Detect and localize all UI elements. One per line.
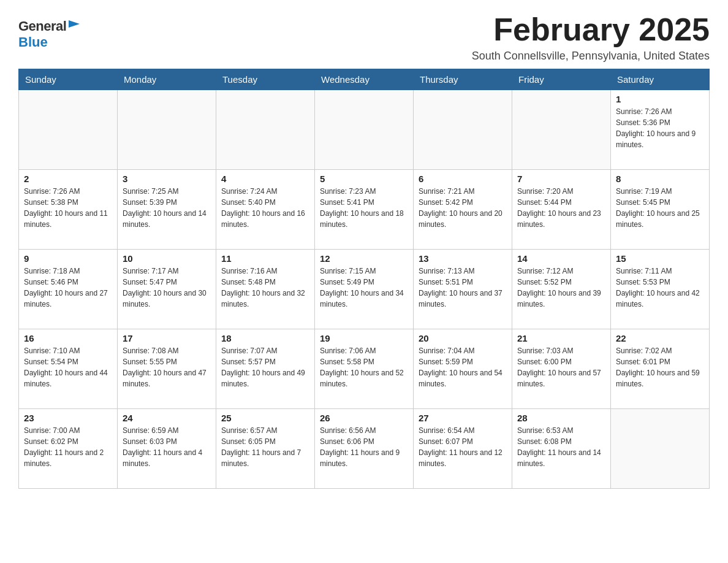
logo-blue-text: Blue [18,34,48,50]
day-number: 6 [419,174,507,184]
calendar-dow-saturday: Saturday [611,69,710,90]
calendar-cell: 21Sunrise: 7:03 AM Sunset: 6:00 PM Dayli… [512,329,611,409]
day-number: 8 [616,174,704,184]
calendar-cell: 6Sunrise: 7:21 AM Sunset: 5:42 PM Daylig… [414,170,512,250]
calendar-cell [118,90,216,170]
calendar-cell: 17Sunrise: 7:08 AM Sunset: 5:55 PM Dayli… [118,329,216,409]
calendar-cell [19,90,118,170]
calendar-cell: 12Sunrise: 7:15 AM Sunset: 5:49 PM Dayli… [315,250,414,329]
calendar-cell [315,90,414,170]
day-number: 5 [320,174,408,184]
calendar-dow-wednesday: Wednesday [315,69,414,90]
day-info: Sunrise: 7:26 AM Sunset: 5:38 PM Dayligh… [24,186,112,230]
calendar-cell: 26Sunrise: 6:56 AM Sunset: 6:06 PM Dayli… [315,409,414,489]
title-section: February 2025 South Connellsville, Penns… [472,12,710,63]
calendar-cell: 28Sunrise: 6:53 AM Sunset: 6:08 PM Dayli… [512,409,611,489]
day-info: Sunrise: 7:10 AM Sunset: 5:54 PM Dayligh… [24,345,112,389]
day-info: Sunrise: 7:23 AM Sunset: 5:41 PM Dayligh… [320,186,408,230]
day-info: Sunrise: 7:21 AM Sunset: 5:42 PM Dayligh… [419,186,507,230]
day-info: Sunrise: 7:12 AM Sunset: 5:52 PM Dayligh… [517,266,605,310]
day-number: 17 [123,333,211,343]
day-info: Sunrise: 7:13 AM Sunset: 5:51 PM Dayligh… [419,266,507,310]
day-info: Sunrise: 7:08 AM Sunset: 5:55 PM Dayligh… [123,345,211,389]
day-number: 21 [517,333,605,343]
day-info: Sunrise: 7:03 AM Sunset: 6:00 PM Dayligh… [517,345,605,389]
calendar-cell [216,90,315,170]
calendar-cell: 27Sunrise: 6:54 AM Sunset: 6:07 PM Dayli… [414,409,512,489]
day-number: 10 [123,253,211,264]
calendar-cell: 25Sunrise: 6:57 AM Sunset: 6:05 PM Dayli… [216,409,315,489]
day-info: Sunrise: 7:15 AM Sunset: 5:49 PM Dayligh… [320,266,408,310]
calendar-cell: 3Sunrise: 7:25 AM Sunset: 5:39 PM Daylig… [118,170,216,250]
calendar-cell: 1Sunrise: 7:26 AM Sunset: 5:36 PM Daylig… [611,90,710,170]
calendar-cell: 23Sunrise: 7:00 AM Sunset: 6:02 PM Dayli… [19,409,118,489]
calendar-dow-thursday: Thursday [414,69,512,90]
calendar-cell: 20Sunrise: 7:04 AM Sunset: 5:59 PM Dayli… [414,329,512,409]
day-number: 3 [123,174,211,184]
calendar-cell: 14Sunrise: 7:12 AM Sunset: 5:52 PM Dayli… [512,250,611,329]
day-info: Sunrise: 7:16 AM Sunset: 5:48 PM Dayligh… [221,266,309,310]
calendar-cell: 2Sunrise: 7:26 AM Sunset: 5:38 PM Daylig… [19,170,118,250]
day-number: 15 [616,253,704,264]
calendar-week-5: 23Sunrise: 7:00 AM Sunset: 6:02 PM Dayli… [19,409,710,489]
calendar-cell: 13Sunrise: 7:13 AM Sunset: 5:51 PM Dayli… [414,250,512,329]
calendar-cell [414,90,512,170]
calendar-dow-friday: Friday [512,69,611,90]
calendar-cell: 18Sunrise: 7:07 AM Sunset: 5:57 PM Dayli… [216,329,315,409]
day-number: 19 [320,333,408,343]
day-info: Sunrise: 7:18 AM Sunset: 5:46 PM Dayligh… [24,266,112,310]
day-info: Sunrise: 7:11 AM Sunset: 5:53 PM Dayligh… [616,266,704,310]
day-info: Sunrise: 7:25 AM Sunset: 5:39 PM Dayligh… [123,186,211,230]
page-header: General Blue February 2025 South Connell… [18,12,710,63]
svg-marker-0 [69,20,80,28]
calendar-cell: 11Sunrise: 7:16 AM Sunset: 5:48 PM Dayli… [216,250,315,329]
day-number: 18 [221,333,309,343]
calendar-cell: 9Sunrise: 7:18 AM Sunset: 5:46 PM Daylig… [19,250,118,329]
logo: General Blue [18,12,80,50]
day-number: 20 [419,333,507,343]
calendar-dow-sunday: Sunday [19,69,118,90]
calendar-cell: 24Sunrise: 6:59 AM Sunset: 6:03 PM Dayli… [118,409,216,489]
month-title: February 2025 [472,12,710,47]
day-info: Sunrise: 7:24 AM Sunset: 5:40 PM Dayligh… [221,186,309,230]
day-number: 1 [616,94,704,104]
day-number: 26 [320,413,408,423]
day-info: Sunrise: 7:17 AM Sunset: 5:47 PM Dayligh… [123,266,211,310]
day-info: Sunrise: 7:20 AM Sunset: 5:44 PM Dayligh… [517,186,605,230]
calendar-cell: 4Sunrise: 7:24 AM Sunset: 5:40 PM Daylig… [216,170,315,250]
calendar-week-2: 2Sunrise: 7:26 AM Sunset: 5:38 PM Daylig… [19,170,710,250]
day-info: Sunrise: 7:02 AM Sunset: 6:01 PM Dayligh… [616,345,704,389]
day-number: 11 [221,253,309,264]
day-info: Sunrise: 7:06 AM Sunset: 5:58 PM Dayligh… [320,345,408,389]
day-number: 13 [419,253,507,264]
day-info: Sunrise: 7:00 AM Sunset: 6:02 PM Dayligh… [24,425,112,469]
logo-general-text: General [18,18,66,34]
day-number: 16 [24,333,112,343]
day-number: 14 [517,253,605,264]
day-info: Sunrise: 7:19 AM Sunset: 5:45 PM Dayligh… [616,186,704,230]
day-info: Sunrise: 7:04 AM Sunset: 5:59 PM Dayligh… [419,345,507,389]
calendar-table: SundayMondayTuesdayWednesdayThursdayFrid… [18,69,710,489]
calendar-cell: 22Sunrise: 7:02 AM Sunset: 6:01 PM Dayli… [611,329,710,409]
day-number: 4 [221,174,309,184]
day-number: 27 [419,413,507,423]
calendar-dow-monday: Monday [118,69,216,90]
day-info: Sunrise: 6:57 AM Sunset: 6:05 PM Dayligh… [221,425,309,469]
calendar-cell: 10Sunrise: 7:17 AM Sunset: 5:47 PM Dayli… [118,250,216,329]
logo-flag-icon [69,20,80,31]
day-number: 12 [320,253,408,264]
calendar-cell: 7Sunrise: 7:20 AM Sunset: 5:44 PM Daylig… [512,170,611,250]
location-subtitle: South Connellsville, Pennsylvania, Unite… [472,50,710,63]
calendar-week-4: 16Sunrise: 7:10 AM Sunset: 5:54 PM Dayli… [19,329,710,409]
calendar-cell: 16Sunrise: 7:10 AM Sunset: 5:54 PM Dayli… [19,329,118,409]
day-info: Sunrise: 7:07 AM Sunset: 5:57 PM Dayligh… [221,345,309,389]
calendar-week-1: 1Sunrise: 7:26 AM Sunset: 5:36 PM Daylig… [19,90,710,170]
calendar-week-3: 9Sunrise: 7:18 AM Sunset: 5:46 PM Daylig… [19,250,710,329]
day-info: Sunrise: 6:53 AM Sunset: 6:08 PM Dayligh… [517,425,605,469]
calendar-cell: 8Sunrise: 7:19 AM Sunset: 5:45 PM Daylig… [611,170,710,250]
day-number: 24 [123,413,211,423]
calendar-cell [512,90,611,170]
day-number: 28 [517,413,605,423]
calendar-header-row: SundayMondayTuesdayWednesdayThursdayFrid… [19,69,710,90]
calendar-cell [611,409,710,489]
